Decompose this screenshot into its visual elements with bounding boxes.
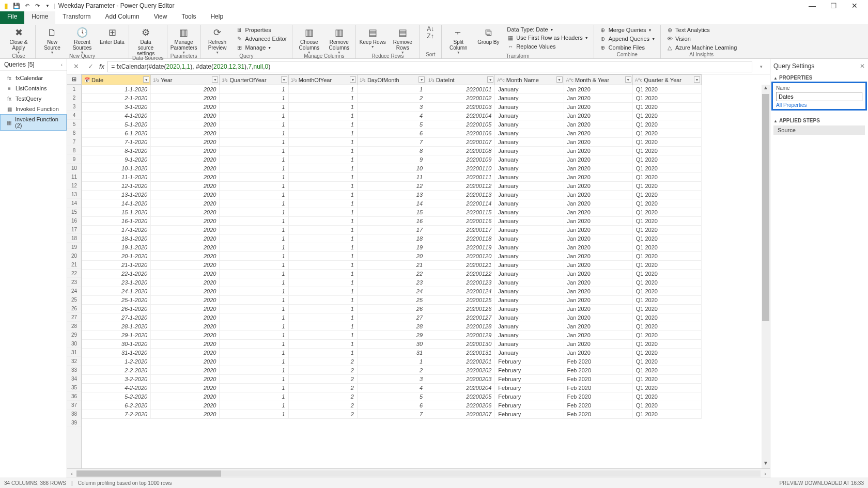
table-cell[interactable]: January xyxy=(495,340,564,349)
table-cell[interactable]: Q1 2020 xyxy=(632,278,701,287)
table-cell[interactable]: 20200207 xyxy=(426,410,495,419)
table-cell[interactable]: January xyxy=(495,296,564,305)
table-cell[interactable]: 30 xyxy=(357,340,426,349)
applied-steps-header[interactable]: ▲APPLIED STEPS xyxy=(773,116,865,124)
table-cell[interactable]: 7-2-2020 xyxy=(82,410,151,419)
tab-home[interactable]: Home xyxy=(24,11,55,24)
table-cell[interactable]: 19 xyxy=(357,243,426,252)
enter-data-button[interactable]: ⊞Enter Data xyxy=(99,25,126,45)
type-icon[interactable]: 1²₃ xyxy=(360,77,366,83)
table-cell[interactable]: 2 xyxy=(288,357,357,366)
table-cell[interactable]: 1 xyxy=(357,357,426,366)
sort-asc-button[interactable]: A↓Z↑ xyxy=(423,25,438,39)
table-cell[interactable]: Jan 2020 xyxy=(564,287,632,296)
select-all-cell[interactable]: ⊞ xyxy=(67,74,81,85)
table-cell[interactable]: Jan 2020 xyxy=(564,112,632,120)
row-number[interactable]: 38 xyxy=(67,410,81,418)
table-cell[interactable]: 1 xyxy=(288,85,357,94)
table-cell[interactable]: January xyxy=(495,313,564,322)
row-number[interactable]: 21 xyxy=(67,260,81,269)
table-cell[interactable]: 2 xyxy=(288,384,357,392)
table-row[interactable]: 19-1-20202020111920200119JanuaryJan 2020… xyxy=(82,243,702,252)
row-number[interactable]: 11 xyxy=(67,172,81,181)
table-cell[interactable]: 20200104 xyxy=(426,112,495,120)
table-cell[interactable]: Jan 2020 xyxy=(564,164,632,173)
table-cell[interactable]: Jan 2020 xyxy=(564,103,632,112)
table-cell[interactable]: January xyxy=(495,112,564,120)
table-cell[interactable]: 1 xyxy=(220,392,288,401)
table-cell[interactable]: February xyxy=(495,384,564,392)
type-icon[interactable]: Aᴮc xyxy=(566,77,574,83)
table-cell[interactable]: 1 xyxy=(288,252,357,261)
table-cell[interactable]: Feb 2020 xyxy=(564,375,632,384)
table-cell[interactable]: 2020 xyxy=(151,85,220,94)
table-cell[interactable]: 2020 xyxy=(151,296,220,305)
table-cell[interactable]: 14-1-2020 xyxy=(82,199,151,208)
save-icon[interactable]: 💾 xyxy=(12,2,21,10)
table-cell[interactable]: Jan 2020 xyxy=(564,173,632,182)
table-row[interactable]: 30-1-20202020113020200130JanuaryJan 2020… xyxy=(82,340,702,349)
table-cell[interactable]: 17-1-2020 xyxy=(82,226,151,234)
table-cell[interactable]: Jan 2020 xyxy=(564,322,632,331)
table-cell[interactable]: 1 xyxy=(220,103,288,112)
table-cell[interactable]: Jan 2020 xyxy=(564,120,632,129)
table-cell[interactable]: 25-1-2020 xyxy=(82,296,151,305)
table-cell[interactable]: 1 xyxy=(220,322,288,331)
table-row[interactable]: 3-2-2020202012320200203FebruaryFeb 2020Q… xyxy=(82,375,702,384)
table-cell[interactable]: January xyxy=(495,287,564,296)
table-cell[interactable]: Q1 2020 xyxy=(632,243,701,252)
table-cell[interactable]: Jan 2020 xyxy=(564,208,632,217)
table-cell[interactable]: Q1 2020 xyxy=(632,155,701,164)
table-cell[interactable]: Jan 2020 xyxy=(564,261,632,270)
table-cell[interactable]: 1 xyxy=(288,331,357,340)
column-header[interactable]: AᴮcMonth & Year▼ xyxy=(564,75,632,85)
row-number[interactable]: 12 xyxy=(67,181,81,190)
row-number[interactable]: 29 xyxy=(67,330,81,339)
row-number[interactable]: 3 xyxy=(67,102,81,111)
table-cell[interactable]: 9 xyxy=(357,155,426,164)
table-cell[interactable]: February xyxy=(495,392,564,401)
table-cell[interactable]: 29 xyxy=(357,331,426,340)
table-cell[interactable]: 4-2-2020 xyxy=(82,384,151,392)
table-cell[interactable]: January xyxy=(495,331,564,340)
table-cell[interactable]: 1 xyxy=(220,182,288,191)
split-column-button[interactable]: ⫟Split Column▼ xyxy=(445,25,472,54)
table-cell[interactable]: 12-1-2020 xyxy=(82,182,151,191)
column-header[interactable]: 1²₃DateInt▼ xyxy=(426,75,495,85)
table-cell[interactable]: Jan 2020 xyxy=(564,340,632,349)
table-cell[interactable]: 18-1-2020 xyxy=(82,234,151,243)
table-row[interactable]: 12-1-20202020111220200112JanuaryJan 2020… xyxy=(82,182,702,191)
table-cell[interactable]: 13-1-2020 xyxy=(82,191,151,199)
table-cell[interactable]: Feb 2020 xyxy=(564,357,632,366)
step-source[interactable]: Source xyxy=(773,125,865,135)
type-icon[interactable]: 1²₃ xyxy=(153,77,159,83)
table-cell[interactable]: 2020 xyxy=(151,138,220,147)
table-cell[interactable]: 1 xyxy=(288,164,357,173)
row-number[interactable]: 7 xyxy=(67,137,81,146)
table-cell[interactable]: 1 xyxy=(288,261,357,270)
table-row[interactable]: 4-1-2020202011420200104JanuaryJan 2020Q1… xyxy=(82,112,702,120)
table-cell[interactable]: 2020 xyxy=(151,208,220,217)
properties-header[interactable]: ▲PROPERTIES xyxy=(773,73,865,82)
group-by-button[interactable]: ⧉Group By xyxy=(475,25,502,45)
table-cell[interactable]: 2020 xyxy=(151,366,220,375)
table-cell[interactable]: 1 xyxy=(288,270,357,278)
table-cell[interactable]: Q1 2020 xyxy=(632,173,701,182)
table-cell[interactable]: 1 xyxy=(220,208,288,217)
table-cell[interactable]: February xyxy=(495,410,564,419)
table-cell[interactable]: 1 xyxy=(288,103,357,112)
table-cell[interactable]: 1 xyxy=(220,305,288,313)
table-cell[interactable]: Q1 2020 xyxy=(632,357,701,366)
table-cell[interactable]: Jan 2020 xyxy=(564,85,632,94)
table-cell[interactable]: 2020 xyxy=(151,261,220,270)
table-cell[interactable]: January xyxy=(495,270,564,278)
table-cell[interactable]: 2020 xyxy=(151,182,220,191)
table-cell[interactable]: 23 xyxy=(357,278,426,287)
table-cell[interactable]: 20200114 xyxy=(426,199,495,208)
table-cell[interactable]: 1 xyxy=(288,243,357,252)
column-header[interactable]: AᴮcMonth Name▼ xyxy=(495,75,564,85)
table-cell[interactable]: Q1 2020 xyxy=(632,226,701,234)
table-row[interactable]: 16-1-20202020111620200116JanuaryJan 2020… xyxy=(82,217,702,226)
table-cell[interactable]: 20200203 xyxy=(426,375,495,384)
table-cell[interactable]: 1 xyxy=(220,164,288,173)
